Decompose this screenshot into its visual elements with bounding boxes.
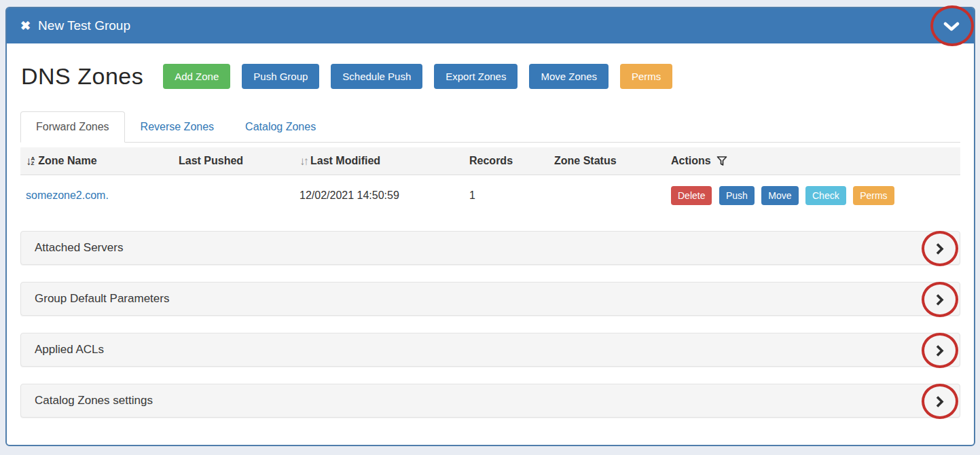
page-title: DNS Zones xyxy=(21,63,143,90)
accordion-group-default-parameters[interactable]: Group Default Parameters xyxy=(20,282,960,316)
chevron-right-icon[interactable] xyxy=(935,344,944,357)
column-records: Records xyxy=(464,147,549,175)
actions-cell: Delete Push Move Check Perms xyxy=(666,175,960,217)
accordion-label: Attached Servers xyxy=(35,241,123,255)
zone-name-link[interactable]: somezone2.com. xyxy=(26,189,109,201)
last-modified-cell: 12/02/2021 14:50:59 xyxy=(294,175,464,217)
sort-updown-icon[interactable]: ↓ ↑ xyxy=(300,156,309,167)
accordion-label: Applied ACLs xyxy=(35,343,104,357)
group-panel-header: ✖ New Test Group xyxy=(7,8,974,43)
column-last-pushed: Last Pushed xyxy=(173,147,294,175)
push-zone-button[interactable]: Push xyxy=(719,186,755,205)
page: { "colors": { "page_bg": "#e8ecf3", "hea… xyxy=(0,0,980,455)
group-title: New Test Group xyxy=(38,18,130,33)
chevron-right-icon[interactable] xyxy=(935,242,944,255)
check-zone-button[interactable]: Check xyxy=(805,186,846,205)
toolbar: DNS Zones Add Zone Push Group Schedule P… xyxy=(20,63,960,90)
column-label: Last Modified xyxy=(310,155,380,167)
schedule-push-button[interactable]: Schedule Push xyxy=(331,64,422,89)
zones-table: ↓ A Z Zone Name Last Pushed xyxy=(20,147,960,216)
chevron-right-icon[interactable] xyxy=(935,293,944,306)
accordion-label: Catalog Zones settings xyxy=(35,394,153,407)
chevron-down-icon[interactable] xyxy=(943,22,960,32)
group-panel: ✖ New Test Group DNS Zones Add Zone Push… xyxy=(5,7,975,446)
push-group-button[interactable]: Push Group xyxy=(242,64,319,89)
move-zones-button[interactable]: Move Zones xyxy=(529,64,609,89)
export-zones-button[interactable]: Export Zones xyxy=(434,64,518,89)
move-zone-button[interactable]: Move xyxy=(761,186,798,205)
close-icon[interactable]: ✖ xyxy=(20,20,31,32)
column-zone-name[interactable]: ↓ A Z Zone Name xyxy=(20,147,173,175)
perms-button[interactable]: Perms xyxy=(620,64,672,89)
last-pushed-cell xyxy=(173,175,294,217)
panel-content: DNS Zones Add Zone Push Group Schedule P… xyxy=(7,63,974,418)
column-zone-status: Zone Status xyxy=(549,147,666,175)
accordion-section: Attached Servers Group Default Parameter… xyxy=(20,231,960,418)
tab-forward-zones[interactable]: Forward Zones xyxy=(20,111,125,143)
column-last-modified[interactable]: ↓ ↑ Last Modified xyxy=(294,147,464,175)
tab-catalog-zones[interactable]: Catalog Zones xyxy=(230,111,331,143)
accordion-applied-acls[interactable]: Applied ACLs xyxy=(20,333,960,367)
accordion-attached-servers[interactable]: Attached Servers xyxy=(20,231,960,265)
zone-status-cell xyxy=(549,175,666,217)
table-row: somezone2.com. 12/02/2021 14:50:59 1 Del… xyxy=(20,175,960,217)
column-label: Actions xyxy=(671,155,711,167)
accordion-label: Group Default Parameters xyxy=(35,292,169,306)
column-label: Zone Name xyxy=(38,155,96,167)
records-cell: 1 xyxy=(464,175,549,217)
perms-zone-button[interactable]: Perms xyxy=(853,186,894,205)
chevron-right-icon[interactable] xyxy=(935,395,944,408)
tab-reverse-zones[interactable]: Reverse Zones xyxy=(125,111,230,143)
accordion-catalog-zones-settings[interactable]: Catalog Zones settings xyxy=(20,384,960,418)
table-header-row: ↓ A Z Zone Name Last Pushed xyxy=(20,147,960,175)
zones-tabs: Forward Zones Reverse Zones Catalog Zone… xyxy=(20,111,960,143)
delete-zone-button[interactable]: Delete xyxy=(671,186,712,205)
sort-alpha-down-icon[interactable]: ↓ A Z xyxy=(26,156,35,167)
column-actions: Actions xyxy=(666,147,960,175)
filter-icon[interactable] xyxy=(716,156,727,166)
add-zone-button[interactable]: Add Zone xyxy=(163,64,230,89)
